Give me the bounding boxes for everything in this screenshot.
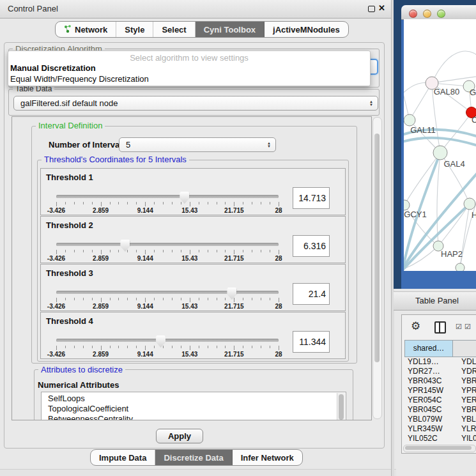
attribute-list-item[interactable]: TopologicalCoefficient [42,404,346,414]
table-row[interactable]: YBR043CYBR0 [404,376,476,386]
table-row[interactable]: YER054CYER0 [404,395,476,405]
attributes-list-scrollbar[interactable] [337,393,345,420]
tab-impute-data[interactable]: Impute Data [91,450,155,465]
slider-tick [101,346,102,350]
algorithm-option-1[interactable]: Manual Discretization [10,63,96,73]
close-icon[interactable]: ✕ [378,3,385,13]
spinner-arrows-icon[interactable]: ▲ ▼ [267,142,271,148]
slider-tick [163,346,164,348]
table-column-header[interactable]: na [453,340,476,357]
slider-tick [118,250,119,252]
threshold-slider[interactable]: -3.4262.8599.14415.4321.71528 [41,169,345,215]
slider-tick [65,202,66,204]
minimize-traffic-light-icon[interactable] [423,10,431,18]
network-canvas[interactable]: GAL80G.CGAL11GAL4GCY1HHAP2 [404,19,476,271]
slider-tick [163,202,164,204]
checkbox-icon[interactable]: ☑ [464,323,471,330]
slider-tick [217,346,217,348]
network-node-h[interactable] [464,198,475,210]
slider-tick [118,346,119,348]
network-node-gal4[interactable] [433,146,447,160]
table-data-select[interactable]: galFiltered.sif default node ▲ ▼ [13,96,378,111]
network-node-gcy1[interactable] [404,200,410,210]
tab-label: Discretize Data [164,453,223,463]
gear-icon[interactable]: ⚙ [411,321,420,332]
split-columns-icon[interactable] [434,321,446,334]
slider-tick-label: -3.426 [47,351,65,358]
slider-tick-label: 28 [275,207,282,214]
zoom-traffic-light-icon[interactable] [437,10,445,18]
table-hscrollbar[interactable] [403,445,476,452]
slider-tick-label: 2.859 [93,303,109,310]
slider-tick [127,298,128,300]
tab-cyni-toolbox[interactable]: Cyni Toolbox [196,22,265,37]
slider-tick [56,202,57,206]
tab-label: Network [75,25,107,35]
network-node[interactable] [456,263,464,271]
network-node-label: GAL80 [434,87,459,96]
threshold-slider[interactable]: -3.4262.8599.14415.4321.71528 [41,312,345,358]
tab-label: Cyni Toolbox [204,25,256,35]
slider-tick [199,202,199,204]
slider-tick [110,298,111,300]
table-row[interactable]: YPR145WYPR1 [404,386,476,395]
threshold-panel-4: Threshold 411.344-3.4262.8599.14415.4321… [40,312,346,359]
table-row[interactable]: YDR27…YDR2 [404,367,476,376]
slider-tick [181,346,181,348]
control-panel-title: Control Panel [8,4,58,13]
slider-tick-label: 9.144 [137,255,153,262]
table-cell: YBL0 [456,415,476,424]
slider-handle[interactable] [156,335,165,348]
slider-handle[interactable] [227,288,236,300]
tab-discretize-data[interactable]: Discretize Data [155,450,232,465]
tab-jactivemnodules[interactable]: jActiveMNodules [265,22,348,37]
slider-tick [225,346,226,348]
attribute-list-item[interactable]: BetweennessCentrality [42,414,346,420]
slider-tick [110,346,111,348]
slider-tick [65,298,66,300]
algorithm-option-2[interactable]: Equal Width/Frequency Discretization [10,74,149,84]
slider-tick [110,202,111,204]
threshold-slider[interactable]: -3.4262.8599.14415.4321.71528 [41,217,345,263]
table-row[interactable]: YBR045CYBR0 [404,405,476,415]
table-row[interactable]: YBL079WYBL0 [404,415,476,424]
table-cell: YDL1 [456,357,476,367]
table-row[interactable]: YLR345WYLR3 [404,424,476,434]
float-window-icon[interactable] [368,6,375,12]
attributes-list[interactable]: SelfLoopsTopologicalCoefficientBetweenne… [41,392,346,420]
slider-tick [92,250,93,252]
network-window-titlebar[interactable] [401,5,476,20]
attribute-list-item[interactable]: SelfLoops [42,394,346,404]
slider-tick [261,346,261,348]
checkbox-icon[interactable]: ☑ [456,323,462,330]
slider-tick [163,298,164,300]
table-row[interactable]: YIL052CYIL0 [404,434,476,443]
tab-infer-network[interactable]: Infer Network [233,450,302,465]
number-of-intervals-label: Number of Intervals [49,140,127,150]
spinner-arrows-icon[interactable]: ▲ ▼ [369,100,373,107]
slider-tick [92,202,93,204]
slider-tick [181,202,181,204]
slider-tick [172,202,173,204]
spinner-down-icon: ▼ [369,104,373,107]
slider-tick [270,298,270,300]
network-node-label: H [472,210,476,220]
network-view-window[interactable]: GAL80G.CGAL11GAL4GCY1HHAP2 [401,5,476,289]
threshold-slider[interactable]: -3.4262.8599.14415.4321.71528 [41,265,345,311]
table-column-header[interactable]: shared… [404,340,453,357]
tab-select[interactable]: Select [153,22,195,37]
slider-handle[interactable] [120,240,130,252]
slider-tick [65,250,66,252]
close-traffic-light-icon[interactable] [409,10,417,18]
tab-style[interactable]: Style [116,22,153,37]
network-node-gal11[interactable] [404,114,415,126]
slider-tick [145,346,146,350]
number-of-intervals-select[interactable]: 5 ▲ ▼ [119,137,276,152]
tab-network[interactable]: Network [56,22,116,37]
apply-button[interactable]: Apply [156,429,203,443]
settings-panel-scrollbar[interactable] [372,117,382,419]
table-row[interactable]: YDL19…YDL1 [404,357,476,367]
slider-tick-label: -3.426 [47,303,65,310]
slider-tick-label: 2.859 [93,255,109,262]
tab-label: Select [162,25,186,35]
